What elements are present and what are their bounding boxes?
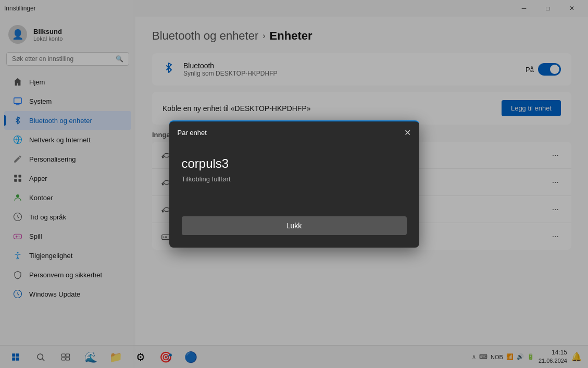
dialog-device-status: Tilkobling fullført — [182, 175, 407, 183]
dialog-header: Par enhet ✕ — [169, 121, 419, 144]
dialog-footer: Lukk — [169, 216, 419, 248]
pair-dialog: Par enhet ✕ corpuls3 Tilkobling fullført… — [169, 120, 419, 248]
dialog-title: Par enhet — [178, 129, 207, 137]
dialog-close-button[interactable]: ✕ — [404, 128, 411, 138]
dialog-overlay: Par enhet ✕ corpuls3 Tilkobling fullført… — [0, 0, 588, 368]
dialog-body: corpuls3 Tilkobling fullført — [169, 144, 419, 216]
dialog-device-name: corpuls3 — [182, 156, 407, 171]
dialog-ok-button[interactable]: Lukk — [182, 216, 407, 235]
